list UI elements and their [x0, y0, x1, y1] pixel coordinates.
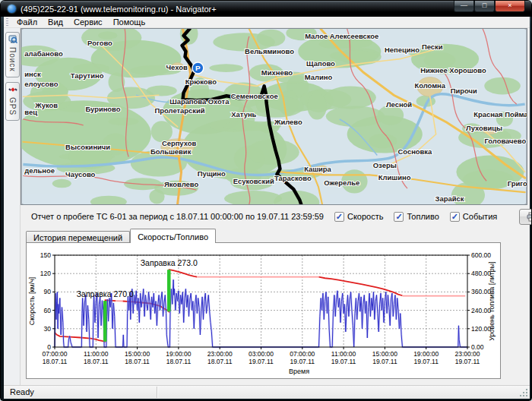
svg-text:15:00:00: 15:00:00 [372, 350, 397, 358]
window-title: (495)225-22-91 (www.telemonitoring.ru) -… [21, 5, 217, 14]
refuel-annotation: Заправка 273.0 [141, 258, 198, 267]
map-label: Пролетарский [155, 106, 205, 115]
fuel-series [319, 277, 403, 296]
svg-text:19.07.11: 19.07.11 [372, 358, 397, 365]
map-label: инск [24, 70, 41, 78]
map-label: Михнево [261, 68, 293, 77]
svg-text:120: 120 [40, 270, 51, 277]
maximize-button[interactable]: □ [474, 1, 495, 12]
map-label: Лесной [386, 100, 412, 109]
sidebar-tab-поиск[interactable]: Поиск [5, 32, 20, 77]
title-bar[interactable]: (495)225-22-91 (www.telemonitoring.ru) -… [1, 1, 531, 17]
map-label: Рогово [87, 39, 112, 47]
map-label: Коломна [414, 81, 445, 90]
map-label: Хатунь [231, 110, 256, 118]
search-monitor-icon [8, 35, 17, 46]
sidebar-tab-label: Поиск [8, 47, 17, 72]
svg-text:19.07.11: 19.07.11 [455, 358, 480, 365]
close-button[interactable]: × [495, 1, 525, 12]
svg-text:19.07.11: 19.07.11 [413, 358, 439, 365]
svg-text:11:00:00: 11:00:00 [331, 350, 356, 358]
status-bar: Ready [4, 385, 530, 399]
svg-text:11:00:00: 11:00:00 [84, 350, 109, 358]
svg-text:18.07.11: 18.07.11 [84, 358, 109, 365]
map-label: Пущино [198, 169, 226, 178]
map-label: Большевик [150, 147, 192, 156]
menu-bar: ФайлВидСервисПомощь [4, 17, 530, 28]
svg-text:90: 90 [44, 288, 52, 295]
map-label: Кашира [304, 165, 331, 173]
svg-text:19.07.11: 19.07.11 [249, 358, 274, 365]
minimize-button[interactable]: — [454, 1, 474, 12]
menu-item-2[interactable]: Сервис [68, 17, 108, 28]
svg-text:600.00: 600.00 [471, 251, 491, 259]
map-label: дельное [24, 166, 55, 175]
x-axis-title: Время [289, 368, 309, 375]
map-label: Семеновское [231, 92, 278, 100]
svg-text:19.07.11: 19.07.11 [290, 358, 315, 365]
checkbox-label: События [463, 212, 497, 221]
checkbox-label: Скорость [347, 212, 384, 221]
map-label: алабаново [24, 49, 63, 58]
checkbox-mark: ✓ [334, 212, 344, 222]
checkbox-mark: ✓ [394, 212, 404, 222]
speed-fuel-chart: Заправка 270.0Заправка 273.0030609012015… [27, 243, 500, 378]
menu-item-3[interactable]: Помощь [108, 17, 151, 28]
svg-text:15:00:00: 15:00:00 [125, 350, 150, 358]
map-label: Тарутино [71, 71, 104, 80]
map-label: Высокиничи [65, 143, 110, 151]
map-label: Малое Алексеевское [305, 32, 378, 40]
map-label: Тарасково [274, 174, 312, 182]
svg-text:150: 150 [40, 251, 51, 259]
menu-item-1[interactable]: Вид [43, 17, 68, 28]
map-label: Озеры [373, 161, 397, 169]
print-button[interactable]: Печать [519, 209, 532, 225]
map-label: Ожерелье [324, 178, 359, 187]
checkbox-топливо[interactable]: ✓Топливо [394, 212, 439, 222]
svg-text:19.07.11: 19.07.11 [331, 358, 356, 365]
map-label: вец [24, 108, 37, 116]
parking-marker[interactable]: P [192, 62, 204, 74]
tab-history[interactable]: История перемещений [26, 231, 130, 243]
map-label: Головачево [484, 137, 526, 145]
checkbox-события[interactable]: ✓События [450, 212, 497, 222]
report-tabs: История перемещенийСкорость/Топливо [26, 229, 216, 243]
map-label: Серпухов [162, 139, 197, 147]
map-label: Нижнее Хорошово [420, 66, 486, 74]
sidebar-tab-gps[interactable]: GPS [5, 82, 20, 121]
y-right-axis-title: Уровень топлива [литры] [488, 261, 496, 340]
map-label: Есуковский [233, 177, 274, 185]
checkbox-mark: ✓ [450, 212, 460, 222]
map-label: Вельяминово [245, 47, 294, 55]
map-label: Чехов [166, 63, 187, 71]
map-canvas[interactable]: РоговоалабановоМалое АлексеевскоеВельями… [21, 28, 527, 205]
map-label: Зарайск [435, 194, 464, 203]
sidebar-tab-label: GPS [8, 97, 17, 115]
checkbox-label: Топливо [407, 212, 439, 221]
svg-text:03:00:00: 03:00:00 [249, 350, 274, 358]
map-label: Чаусово [65, 170, 95, 178]
map-label: Жуков [34, 101, 58, 109]
map-label: Яковлево [164, 180, 198, 188]
map-label: Клишино [378, 173, 411, 182]
svg-text:30: 30 [44, 325, 52, 333]
gps-satellite-icon [8, 85, 17, 96]
map-svg: РоговоалабановоМалое АлексеевскоеВельями… [21, 29, 527, 204]
map-label: Пески [422, 43, 443, 51]
map-label: Шарапова Охота [169, 97, 230, 106]
app-icon [8, 5, 16, 13]
printer-icon [527, 212, 532, 222]
svg-text:18.07.11: 18.07.11 [125, 358, 150, 365]
map-label: Луховицы [466, 124, 502, 132]
map-label: Щапово [306, 59, 335, 68]
tab-speed-fuel[interactable]: Скорость/Топливо [130, 229, 216, 243]
svg-text:23:00:00: 23:00:00 [454, 350, 480, 358]
report-summary: Отчет о пробеге ТС 6-01 за период с 18.0… [31, 212, 324, 221]
menu-item-0[interactable]: Файл [11, 17, 43, 28]
report-toolbar: Отчет о пробеге ТС 6-01 за период с 18.0… [4, 207, 530, 226]
map-label: Буриново [85, 105, 120, 113]
resize-grip[interactable] [519, 388, 528, 397]
map-label: елоусово [24, 80, 58, 88]
checkbox-скорость[interactable]: ✓Скорость [334, 212, 384, 222]
map-label: Сосновка [397, 147, 432, 156]
